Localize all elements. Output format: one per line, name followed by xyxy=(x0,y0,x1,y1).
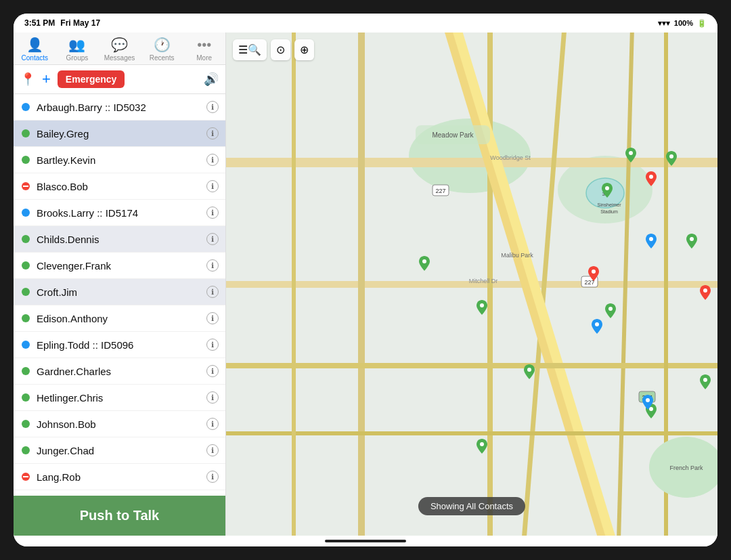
contact-name: Brooks.Larry :: ID5174 xyxy=(37,207,206,219)
status-dot xyxy=(22,393,30,402)
svg-point-49 xyxy=(703,288,707,293)
status-dot xyxy=(22,261,30,270)
map-pin-blue[interactable] xyxy=(646,234,657,251)
map-pin-green[interactable] xyxy=(477,439,487,456)
svg-text:227: 227 xyxy=(435,188,445,194)
contact-name: Croft.Jim xyxy=(37,286,206,298)
status-dot xyxy=(22,341,30,349)
list-item[interactable]: Croft.Jim ℹ xyxy=(14,279,225,305)
status-time: 3:51 PM xyxy=(24,18,55,28)
info-button[interactable]: ℹ xyxy=(206,154,219,166)
info-button[interactable]: ℹ xyxy=(206,233,219,245)
info-button[interactable]: ℹ xyxy=(206,471,219,483)
info-button[interactable]: ℹ xyxy=(206,391,219,404)
svg-point-45 xyxy=(649,237,653,241)
emergency-button[interactable]: Emergency xyxy=(58,70,125,88)
info-button[interactable]: ℹ xyxy=(206,365,219,377)
list-item[interactable]: Bailey.Greg ℹ xyxy=(14,121,225,147)
list-item[interactable]: Epling.Todd :: ID5096 ℹ xyxy=(14,332,225,358)
tab-groups[interactable]: 👥 Groups xyxy=(56,37,99,62)
map-pin-green[interactable] xyxy=(666,151,677,169)
list-item[interactable]: Hetlinger.Chris ℹ xyxy=(14,385,225,411)
svg-point-39 xyxy=(527,368,531,372)
map-search-button[interactable]: ☰🔍 xyxy=(233,39,267,60)
map-locate-button[interactable]: ⊙ xyxy=(271,39,290,60)
list-item[interactable]: Gardner.Charles ℹ xyxy=(14,358,225,385)
map-status-label: Showing All Contacts xyxy=(418,497,525,515)
map-pin-green[interactable] xyxy=(686,234,697,251)
wifi-icon: ▾▾▾ xyxy=(658,19,670,28)
map-pin-red[interactable] xyxy=(588,266,599,284)
status-dot xyxy=(22,156,30,164)
status-dot xyxy=(22,288,30,296)
tab-recents[interactable]: 🕐 Recents xyxy=(141,37,183,62)
contacts-icon: 👤 xyxy=(26,37,43,53)
map-pin-green[interactable] xyxy=(605,303,616,321)
tab-contacts[interactable]: 👤 Contacts xyxy=(14,37,56,62)
list-item[interactable]: Childs.Dennis ℹ xyxy=(14,226,225,253)
info-button[interactable]: ℹ xyxy=(206,444,219,456)
info-button[interactable]: ℹ xyxy=(206,180,219,192)
map-pin-red[interactable] xyxy=(646,171,657,189)
contact-name: Childs.Dennis xyxy=(37,234,206,245)
ipad-frame: 3:51 PM Fri May 17 ▾▾▾ 100% 🔋 👤 Contacts… xyxy=(14,14,717,546)
status-date: Fri May 17 xyxy=(60,18,100,28)
info-button[interactable]: ℹ xyxy=(206,127,219,139)
map-pin-green[interactable] xyxy=(625,148,636,165)
tab-messages[interactable]: 💬 Messages xyxy=(98,37,141,62)
info-button[interactable]: ℹ xyxy=(206,339,219,351)
map-zoom-button[interactable]: ⊕ xyxy=(294,39,314,60)
battery-percent: 100% xyxy=(674,19,693,27)
info-button[interactable]: ℹ xyxy=(206,101,219,113)
push-to-talk-button[interactable]: Push to Talk xyxy=(14,496,225,536)
list-item[interactable]: Arbaugh.Barry :: ID5032 ℹ xyxy=(14,94,225,121)
map-pin-green[interactable] xyxy=(477,300,487,318)
list-item[interactable]: Edison.Anthony ℹ xyxy=(14,305,225,332)
tab-recents-label: Recents xyxy=(150,54,175,62)
tab-more[interactable]: ••• More xyxy=(183,37,225,62)
groups-icon: 👥 xyxy=(68,37,85,53)
status-dot xyxy=(22,235,30,243)
battery-icon: 🔋 xyxy=(697,19,707,28)
map-pin-green[interactable] xyxy=(602,183,613,200)
svg-text:Mitchell Dr: Mitchell Dr xyxy=(469,278,498,284)
map-pin-red[interactable] xyxy=(700,285,711,303)
map-pin-blue[interactable] xyxy=(642,395,653,412)
status-dot xyxy=(22,209,30,217)
info-button[interactable]: ℹ xyxy=(206,286,219,298)
speaker-icon[interactable]: 🔊 xyxy=(204,72,219,87)
contact-name: Bartley.Kevin xyxy=(37,154,206,166)
map-pin-green[interactable] xyxy=(419,256,430,274)
map-pin-green[interactable] xyxy=(524,364,535,382)
list-item[interactable]: Johnson.Bob ℹ xyxy=(14,411,225,437)
list-item[interactable]: Bartley.Kevin ℹ xyxy=(14,147,225,173)
svg-text:Sinsheimer: Sinsheimer xyxy=(597,202,621,207)
add-contact-button[interactable]: + xyxy=(42,70,51,88)
home-bar xyxy=(325,540,406,542)
svg-point-47 xyxy=(649,175,653,179)
info-button[interactable]: ℹ xyxy=(206,259,219,272)
list-item[interactable]: Blasco.Bob ℹ xyxy=(14,173,225,200)
map-pin-blue[interactable] xyxy=(592,319,602,337)
list-item[interactable]: Junger.Chad ℹ xyxy=(14,437,225,464)
svg-point-35 xyxy=(669,154,673,158)
tab-more-label: More xyxy=(196,54,212,62)
list-item[interactable]: Brooks.Larry :: ID5174 ℹ xyxy=(14,200,225,226)
map-pin-green[interactable] xyxy=(700,374,711,392)
svg-point-36 xyxy=(605,186,609,190)
contact-name: Hetlinger.Chris xyxy=(37,392,206,404)
info-button[interactable]: ℹ xyxy=(206,312,219,324)
list-item[interactable]: Leatherwood.Tim ℹ xyxy=(14,490,225,496)
svg-point-33 xyxy=(422,259,426,263)
status-dot xyxy=(22,473,30,481)
svg-point-34 xyxy=(629,151,633,155)
svg-point-37 xyxy=(608,307,613,311)
list-item[interactable]: Lang.Rob ℹ xyxy=(14,464,225,490)
list-item[interactable]: Clevenger.Frank ℹ xyxy=(14,253,225,279)
location-icon[interactable]: 📍 xyxy=(20,72,35,87)
info-button[interactable]: ℹ xyxy=(206,207,219,219)
contact-name: Blasco.Bob xyxy=(37,181,206,192)
left-panel: 👤 Contacts 👥 Groups 💬 Messages 🕐 Recents… xyxy=(14,33,226,536)
map-area: Meadow Park 36 Malibu Park Woodbridge St… xyxy=(226,33,717,536)
info-button[interactable]: ℹ xyxy=(206,418,219,430)
